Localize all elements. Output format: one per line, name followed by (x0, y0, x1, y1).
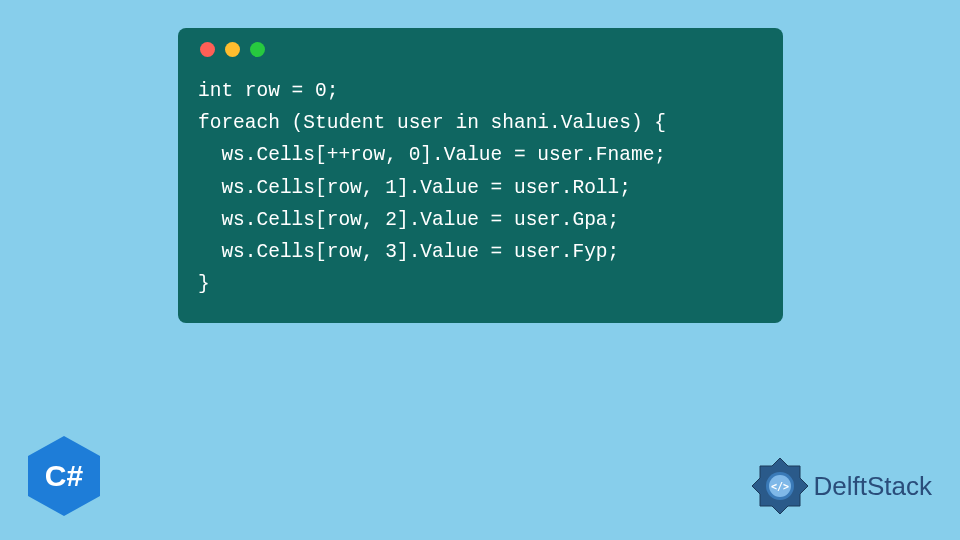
code-window: int row = 0; foreach (Student user in sh… (178, 28, 783, 323)
csharp-label: C# (45, 459, 83, 493)
minimize-icon (225, 42, 240, 57)
code-line: } (198, 273, 210, 295)
code-block: int row = 0; foreach (Student user in sh… (198, 75, 763, 300)
csharp-logo: C# (28, 436, 100, 516)
code-line: int row = 0; (198, 80, 338, 102)
code-line: ws.Cells[row, 3].Value = user.Fyp; (198, 241, 619, 263)
maximize-icon (250, 42, 265, 57)
code-line: ws.Cells[row, 2].Value = user.Gpa; (198, 209, 619, 231)
svg-text:</>: </> (770, 481, 788, 492)
code-line: foreach (Student user in shani.Values) { (198, 112, 666, 134)
code-line: ws.Cells[row, 1].Value = user.Roll; (198, 177, 631, 199)
delftstack-logo: </> DelftStack (750, 456, 933, 516)
delftstack-label: DelftStack (814, 471, 933, 502)
close-icon (200, 42, 215, 57)
window-controls (200, 42, 763, 57)
hexagon-icon: C# (28, 436, 100, 516)
delftstack-badge-icon: </> (750, 456, 810, 516)
code-line: ws.Cells[++row, 0].Value = user.Fname; (198, 144, 666, 166)
